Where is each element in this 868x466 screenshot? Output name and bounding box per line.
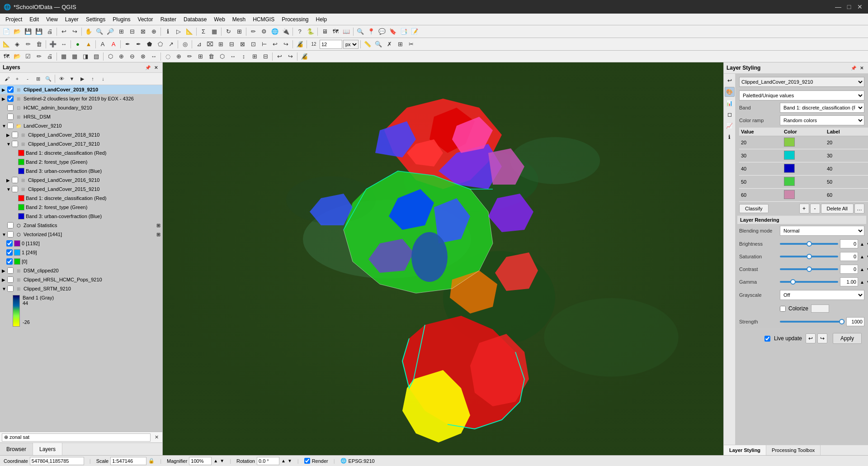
clearselect-btn[interactable]: ✗ [384, 39, 394, 49]
close-button[interactable]: ✕ [855, 2, 864, 11]
layer-up-btn[interactable]: ↑ [88, 74, 98, 84]
zonal-stats-btn[interactable]: ⊞ [156, 223, 160, 228]
layers-panel-close-btn[interactable]: ✕ [152, 64, 160, 71]
advanced2-btn[interactable]: ⌧ [205, 39, 215, 49]
draw5-btn[interactable]: ↗ [166, 39, 176, 49]
pan-to-selection-btn[interactable]: ⊕ [149, 27, 159, 37]
saturation-slider[interactable] [780, 256, 838, 257]
style-icon-paint[interactable]: 🎨 [725, 87, 735, 97]
fontsize-btn[interactable]: 12 [309, 39, 319, 49]
rotation-input[interactable] [257, 457, 279, 465]
checkbox-hrsl-dsm[interactable] [7, 114, 14, 120]
toolbar3-btn2[interactable]: 📂 [12, 52, 22, 62]
locate2-btn[interactable]: 🔍 [373, 39, 383, 49]
delete-btn[interactable]: 🗑 [34, 39, 44, 49]
locate-btn[interactable]: 📍 [366, 27, 376, 37]
advanced9-btn[interactable]: ↪ [281, 39, 291, 49]
label2-btn[interactable]: A [108, 39, 118, 49]
toolbar3-btn5[interactable]: 🖨 [45, 52, 55, 62]
toolbar3-btn27[interactable]: 🔏 [299, 52, 309, 62]
redo-style-btn[interactable]: ↪ [817, 333, 827, 343]
select-btn[interactable]: ▷ [174, 27, 184, 37]
apply-button[interactable]: Apply [833, 333, 862, 344]
toolbar3-btn3[interactable]: ☑ [23, 52, 33, 62]
layer-item-hcmc-admin[interactable]: ⊡ HCMC_admin_boundary_9210 [0, 103, 162, 112]
contrast-input[interactable] [840, 265, 858, 274]
toolbar3-btn25[interactable]: ↩ [274, 52, 284, 62]
cutselect-btn[interactable]: ✂ [406, 39, 416, 49]
show-bookmarks-btn[interactable]: 📑 [399, 27, 409, 37]
open-layer-styling-btn[interactable]: 🖌 [2, 74, 12, 84]
settings2-btn[interactable]: ⚙ [259, 27, 269, 37]
toolbar3-btn15[interactable]: ◌ [163, 52, 173, 62]
render-checkbox[interactable] [304, 458, 310, 464]
advanced5-btn[interactable]: ⊠ [237, 39, 247, 49]
toolbar3-btn11[interactable]: ⊕ [116, 52, 126, 62]
toolbar3-btn20[interactable]: ⬡ [217, 52, 227, 62]
edit-btn[interactable]: ✏ [23, 39, 33, 49]
colorize-color-btn[interactable] [811, 304, 829, 313]
filter-layer-btn[interactable]: 🔍 [43, 74, 53, 84]
magnifier-up[interactable]: ▲ [213, 458, 218, 463]
checkbox-clipped2017[interactable] [12, 141, 18, 147]
annotate-btn[interactable]: 📝 [410, 27, 420, 37]
menu-view[interactable]: View [42, 15, 61, 24]
grayscale-select[interactable]: Off [780, 290, 864, 300]
layer-item-sentinel2[interactable]: ▶ ⊞ Sentinel-2 cloudless layer for 2019 … [0, 94, 162, 103]
layer-down-btn[interactable]: ↓ [98, 74, 108, 84]
band-select[interactable]: Band 1: discrete_classification (Red) [780, 103, 864, 113]
copyselect-btn[interactable]: ⊞ [395, 39, 405, 49]
expand-dsm-clipped20[interactable]: ▶ [2, 268, 7, 273]
checkbox-vectorized[interactable] [7, 231, 14, 238]
toolbar3-btn26[interactable]: ↪ [285, 52, 295, 62]
tile-btn[interactable]: ⊞ [234, 27, 244, 37]
refresh-btn[interactable]: ↻ [223, 27, 233, 37]
gamma-input[interactable] [840, 277, 858, 286]
blending-select[interactable]: Normal [780, 226, 864, 236]
layer-search-input[interactable] [2, 433, 151, 442]
rotation-up[interactable]: ▲ [281, 458, 286, 463]
tab-browser[interactable]: Browser [0, 443, 33, 455]
toolbar3-btn17[interactable]: ✏ [184, 52, 194, 62]
draw-btn[interactable]: ✒ [123, 39, 132, 49]
layer-item-zonal-stats[interactable]: ⬡ Zonal Statistics ⊞ [0, 221, 162, 230]
tab-layers[interactable]: Layers [33, 443, 62, 455]
color-swatch-60[interactable] [784, 190, 795, 199]
menu-vector[interactable]: Vector [134, 15, 157, 24]
layer-item-clipped2018[interactable]: ▶ ⊞ Clipped_LandCover_2018_9210 [0, 130, 162, 139]
layer-item-clipped2019[interactable]: ▶ ⊞ Clipped_LandCover_2019_9210 [0, 85, 162, 94]
menu-plugins[interactable]: Plugins [109, 15, 134, 24]
open-project-btn[interactable]: 📂 [12, 27, 22, 37]
layer-item-landcover-group[interactable]: ▼ 📁 LandCover_9210 [0, 121, 162, 130]
save-project-btn[interactable]: 💾 [23, 27, 33, 37]
undo-btn[interactable]: ↩ [59, 27, 69, 37]
checkbox-dsm-clipped20[interactable] [7, 267, 14, 274]
saturation-spin-up[interactable]: ▲ [860, 254, 864, 259]
class-color-40[interactable] [782, 162, 825, 176]
checkbox-vec0[interactable] [6, 240, 13, 247]
toolbar3-select2-btn[interactable]: ◨ [80, 52, 90, 62]
toolbar3-btn19[interactable]: 🗑 [206, 52, 216, 62]
undo-style-btn[interactable]: ↩ [806, 333, 816, 343]
save-as-btn[interactable]: 💾 [34, 27, 44, 37]
add-feature-btn[interactable]: ➕ [48, 39, 58, 49]
snap-btn[interactable]: ◎ [180, 39, 190, 49]
class-color-50[interactable] [782, 176, 825, 189]
toolbar3-select-btn[interactable]: ▦ [59, 52, 69, 62]
advanced1-btn[interactable]: ⊿ [194, 39, 204, 49]
layer-item-dsm-clipped20[interactable]: ▶ ⊞ DSM_clipped20 [0, 266, 162, 275]
brightness-input[interactable] [840, 239, 858, 248]
draw4-btn[interactable]: ⬠ [155, 39, 165, 49]
search-clear-btn[interactable]: ✕ [152, 433, 160, 442]
checkbox-clipped-hrsl[interactable] [7, 276, 14, 283]
layer-item-vec2[interactable]: [0] [0, 257, 162, 266]
layer-item-clipped2015[interactable]: ▼ ⊞ Clipped_LandCover_2015_9210 [0, 185, 162, 194]
class-color-30[interactable] [782, 149, 825, 162]
toolbar3-btn7[interactable]: ▦ [70, 52, 80, 62]
magnifier-down[interactable]: ▼ [220, 458, 224, 463]
brightness-slider[interactable] [780, 243, 838, 245]
attribute-table-btn[interactable]: ▦ [209, 27, 219, 37]
expand-vectorized[interactable]: ▼ [2, 232, 7, 237]
layer-item-clipped2017[interactable]: ▼ ⊞ Clipped_LandCover_2017_9210 [0, 139, 162, 148]
class-color-20[interactable] [782, 136, 825, 149]
